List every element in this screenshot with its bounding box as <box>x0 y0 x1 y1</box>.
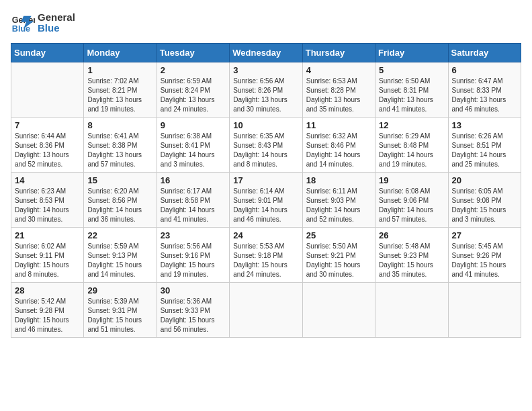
day-number: 13 <box>452 120 517 130</box>
day-cell <box>230 283 302 338</box>
day-number: 17 <box>233 175 298 185</box>
day-number: 26 <box>379 230 444 240</box>
day-cell: 21Sunrise: 6:02 AM Sunset: 9:11 PM Dayli… <box>11 228 84 283</box>
day-cell: 19Sunrise: 6:08 AM Sunset: 9:06 PM Dayli… <box>375 173 448 228</box>
day-cell: 9Sunrise: 6:38 AM Sunset: 8:41 PM Daylig… <box>157 118 229 173</box>
day-cell: 25Sunrise: 5:50 AM Sunset: 9:21 PM Dayli… <box>302 228 375 283</box>
day-info: Sunrise: 6:23 AM Sunset: 8:53 PM Dayligh… <box>15 187 80 224</box>
day-cell: 6Sunrise: 6:47 AM Sunset: 8:33 PM Daylig… <box>448 62 521 118</box>
day-info: Sunrise: 5:48 AM Sunset: 9:23 PM Dayligh… <box>379 242 444 279</box>
day-cell: 2Sunrise: 6:59 AM Sunset: 8:24 PM Daylig… <box>157 62 229 118</box>
day-cell: 11Sunrise: 6:32 AM Sunset: 8:46 PM Dayli… <box>302 118 375 173</box>
day-number: 14 <box>15 175 80 185</box>
day-cell: 23Sunrise: 5:56 AM Sunset: 9:16 PM Dayli… <box>157 228 229 283</box>
day-info: Sunrise: 5:53 AM Sunset: 9:18 PM Dayligh… <box>233 242 298 279</box>
weekday-header-sunday: Sunday <box>11 44 84 62</box>
day-cell: 12Sunrise: 6:29 AM Sunset: 8:48 PM Dayli… <box>375 118 448 173</box>
weekday-header-wednesday: Wednesday <box>230 44 302 62</box>
day-number: 12 <box>379 120 444 130</box>
page-header: General Blue General Blue <box>11 11 521 35</box>
day-info: Sunrise: 6:56 AM Sunset: 8:26 PM Dayligh… <box>233 77 298 114</box>
day-info: Sunrise: 5:50 AM Sunset: 9:21 PM Dayligh… <box>306 242 371 279</box>
logo: General Blue General Blue <box>11 11 75 35</box>
day-info: Sunrise: 6:29 AM Sunset: 8:48 PM Dayligh… <box>379 132 444 169</box>
day-cell: 15Sunrise: 6:20 AM Sunset: 8:56 PM Dayli… <box>84 173 157 228</box>
day-cell: 26Sunrise: 5:48 AM Sunset: 9:23 PM Dayli… <box>375 228 448 283</box>
day-cell: 29Sunrise: 5:39 AM Sunset: 9:31 PM Dayli… <box>84 283 157 338</box>
day-number: 27 <box>452 230 517 240</box>
day-cell <box>11 62 84 118</box>
day-cell: 22Sunrise: 5:59 AM Sunset: 9:13 PM Dayli… <box>84 228 157 283</box>
logo-blue: Blue <box>38 23 75 34</box>
day-info: Sunrise: 6:59 AM Sunset: 8:24 PM Dayligh… <box>161 77 226 114</box>
day-info: Sunrise: 6:02 AM Sunset: 9:11 PM Dayligh… <box>15 242 80 279</box>
weekday-header-thursday: Thursday <box>302 44 375 62</box>
day-number: 19 <box>379 175 444 185</box>
logo-icon: General Blue <box>11 11 35 35</box>
day-number: 21 <box>15 230 80 240</box>
day-number: 20 <box>452 175 517 185</box>
day-number: 28 <box>15 285 80 295</box>
day-info: Sunrise: 6:17 AM Sunset: 8:58 PM Dayligh… <box>161 187 226 224</box>
day-number: 11 <box>306 120 371 130</box>
day-cell <box>448 283 521 338</box>
day-cell: 1Sunrise: 7:02 AM Sunset: 8:21 PM Daylig… <box>84 62 157 118</box>
day-cell: 16Sunrise: 6:17 AM Sunset: 8:58 PM Dayli… <box>157 173 229 228</box>
day-number: 30 <box>161 285 226 295</box>
day-number: 22 <box>87 230 152 240</box>
day-info: Sunrise: 5:39 AM Sunset: 9:31 PM Dayligh… <box>87 297 152 334</box>
day-cell: 4Sunrise: 6:53 AM Sunset: 8:28 PM Daylig… <box>302 62 375 118</box>
day-info: Sunrise: 5:45 AM Sunset: 9:26 PM Dayligh… <box>452 242 517 279</box>
weekday-header-friday: Friday <box>375 44 448 62</box>
day-number: 5 <box>379 65 444 75</box>
weekday-header-tuesday: Tuesday <box>157 44 229 62</box>
day-number: 24 <box>233 230 298 240</box>
day-info: Sunrise: 6:20 AM Sunset: 8:56 PM Dayligh… <box>87 187 152 224</box>
weekday-header-monday: Monday <box>84 44 157 62</box>
day-cell: 24Sunrise: 5:53 AM Sunset: 9:18 PM Dayli… <box>230 228 302 283</box>
week-row-1: 1Sunrise: 7:02 AM Sunset: 8:21 PM Daylig… <box>11 62 521 118</box>
day-info: Sunrise: 5:42 AM Sunset: 9:28 PM Dayligh… <box>15 297 80 334</box>
day-number: 25 <box>306 230 371 240</box>
day-cell: 3Sunrise: 6:56 AM Sunset: 8:26 PM Daylig… <box>230 62 302 118</box>
day-cell: 27Sunrise: 5:45 AM Sunset: 9:26 PM Dayli… <box>448 228 521 283</box>
day-number: 18 <box>306 175 371 185</box>
day-number: 2 <box>161 65 226 75</box>
day-cell: 28Sunrise: 5:42 AM Sunset: 9:28 PM Dayli… <box>11 283 84 338</box>
weekday-header-saturday: Saturday <box>448 44 521 62</box>
day-number: 9 <box>161 120 226 130</box>
day-number: 23 <box>161 230 226 240</box>
day-info: Sunrise: 6:05 AM Sunset: 9:08 PM Dayligh… <box>452 187 517 224</box>
day-number: 7 <box>15 120 80 130</box>
day-cell <box>302 283 375 338</box>
day-number: 3 <box>233 65 298 75</box>
day-info: Sunrise: 6:41 AM Sunset: 8:38 PM Dayligh… <box>87 132 152 169</box>
day-info: Sunrise: 6:53 AM Sunset: 8:28 PM Dayligh… <box>306 77 371 114</box>
calendar-body: 1Sunrise: 7:02 AM Sunset: 8:21 PM Daylig… <box>11 62 521 338</box>
day-info: Sunrise: 6:50 AM Sunset: 8:31 PM Dayligh… <box>379 77 444 114</box>
day-info: Sunrise: 6:14 AM Sunset: 9:01 PM Dayligh… <box>233 187 298 224</box>
week-row-5: 28Sunrise: 5:42 AM Sunset: 9:28 PM Dayli… <box>11 283 521 338</box>
day-cell: 20Sunrise: 6:05 AM Sunset: 9:08 PM Dayli… <box>448 173 521 228</box>
day-cell: 30Sunrise: 5:36 AM Sunset: 9:33 PM Dayli… <box>157 283 229 338</box>
day-info: Sunrise: 6:26 AM Sunset: 8:51 PM Dayligh… <box>452 132 517 169</box>
day-info: Sunrise: 6:47 AM Sunset: 8:33 PM Dayligh… <box>452 77 517 114</box>
week-row-2: 7Sunrise: 6:44 AM Sunset: 8:36 PM Daylig… <box>11 118 521 173</box>
day-number: 29 <box>87 285 152 295</box>
weekday-header-row: SundayMondayTuesdayWednesdayThursdayFrid… <box>11 44 521 62</box>
day-cell: 7Sunrise: 6:44 AM Sunset: 8:36 PM Daylig… <box>11 118 84 173</box>
day-info: Sunrise: 6:32 AM Sunset: 8:46 PM Dayligh… <box>306 132 371 169</box>
week-row-4: 21Sunrise: 6:02 AM Sunset: 9:11 PM Dayli… <box>11 228 521 283</box>
week-row-3: 14Sunrise: 6:23 AM Sunset: 8:53 PM Dayli… <box>11 173 521 228</box>
day-number: 6 <box>452 65 517 75</box>
day-info: Sunrise: 5:56 AM Sunset: 9:16 PM Dayligh… <box>161 242 226 279</box>
day-info: Sunrise: 6:11 AM Sunset: 9:03 PM Dayligh… <box>306 187 371 224</box>
day-cell: 17Sunrise: 6:14 AM Sunset: 9:01 PM Dayli… <box>230 173 302 228</box>
day-cell: 8Sunrise: 6:41 AM Sunset: 8:38 PM Daylig… <box>84 118 157 173</box>
day-info: Sunrise: 6:35 AM Sunset: 8:43 PM Dayligh… <box>233 132 298 169</box>
day-cell: 14Sunrise: 6:23 AM Sunset: 8:53 PM Dayli… <box>11 173 84 228</box>
day-number: 16 <box>161 175 226 185</box>
day-number: 15 <box>87 175 152 185</box>
calendar-table: SundayMondayTuesdayWednesdayThursdayFrid… <box>11 43 521 338</box>
day-cell <box>375 283 448 338</box>
